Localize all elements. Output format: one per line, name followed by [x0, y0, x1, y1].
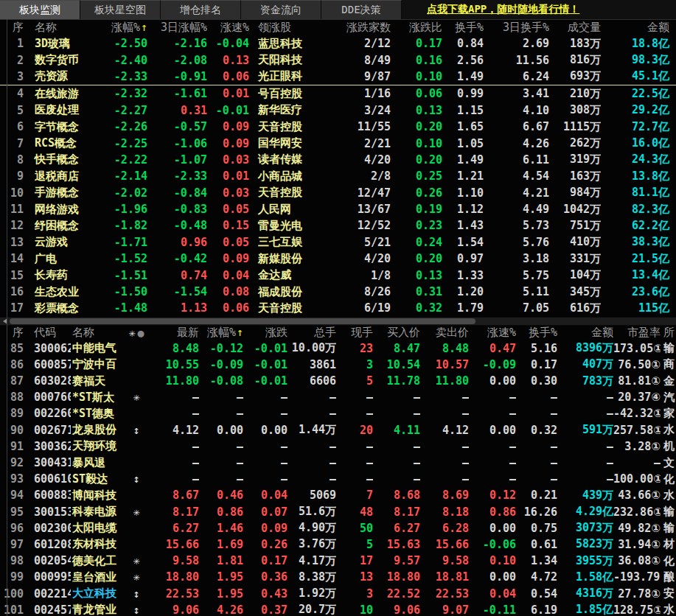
change-pct: -1.50 [102, 284, 147, 300]
stock-row[interactable]: 88000760*ST斯太✳——————————20.37④汽 [0, 389, 676, 405]
stock-row[interactable]: 95300153科泰电源✳8.170.860.0751.6万488.178.18… [0, 504, 676, 520]
sector-row[interactable]: 14广电-1.52-0.420.09新媒股份4/200.200.973.1833… [0, 251, 676, 267]
change-pct: — [199, 405, 243, 421]
tab-sector-starmap[interactable]: 板块星空图 [80, 0, 161, 19]
header-last[interactable]: 最新 [144, 326, 199, 340]
sector-row[interactable]: 12纾困概念-1.82-0.480.15雷曼光电12/520.231.435.7… [0, 217, 676, 234]
sector-row[interactable]: 11网络游戏-1.96-0.830.05人民网13/670.191.124.49… [0, 201, 676, 217]
sector-row[interactable]: 10手游概念-2.02-0.840.03天音控股12/470.261.104.2… [0, 185, 676, 201]
stock-row[interactable]: 85300062中能电气8.48-0.12-0.0110.00万238.478.… [0, 340, 676, 357]
stock-row[interactable]: 92300431暴风退———————————文 [0, 455, 676, 471]
change: 0.07 [243, 504, 288, 520]
change-3d-pct: 0.74 [147, 267, 207, 283]
header-name[interactable]: 名称 [28, 20, 102, 35]
header-updown-ratio[interactable]: 涨跌比 [391, 20, 442, 35]
updown-count: 2/8 [345, 168, 391, 184]
sector-row[interactable]: 7RCS概念-2.25-1.060.09国华网安2/210.101.054.26… [0, 135, 676, 151]
header-turnover-pct[interactable]: 换手% [442, 20, 484, 35]
stock-row[interactable]: 86600857宁波中百10.55-0.09-0.013861310.5410.… [0, 357, 676, 373]
stock-row[interactable]: 87603028赛福天11.80-0.08-0.016606511.7811.8… [0, 373, 676, 389]
header-change-pct[interactable]: 涨幅%↑ [199, 326, 243, 340]
header-amount[interactable]: 金额 [601, 20, 676, 35]
stock-row[interactable]: 101002457青龙管业↕9.064.260.3720.7万109.069.0… [0, 602, 676, 616]
index: 86 [0, 357, 28, 373]
sector-row[interactable]: 8快手概念-2.22-1.070.03读者传媒4/200.201.496.113… [0, 152, 676, 168]
flag [128, 340, 144, 357]
stock-row[interactable]: 99000995皇台酒业✳18.801.950.368.38万1318.8018… [0, 569, 676, 585]
sector-row[interactable]: 2数字货币-2.40-2.080.13天阳科技8/490.162.5611.56… [0, 52, 676, 68]
stock-row[interactable]: 98002054德美化工✳9.581.810.174.17万179.579.58… [0, 553, 676, 569]
header-leading-stock[interactable]: 领涨股 [249, 20, 345, 35]
header-bid-price[interactable]: 买入价 [373, 326, 420, 340]
sector-row[interactable]: 5医废处理-2.270.31-0.01新华医疗3/240.131.154.103… [0, 102, 676, 119]
speed-pct: 0.15 [207, 217, 249, 234]
sector-row[interactable]: 3壳资源-2.33-0.910.06光正眼科9/870.101.496.2469… [0, 69, 676, 85]
code: 300431 [28, 455, 71, 471]
sector-row[interactable]: 6字节概念-2.26-0.570.09天音控股11/550.201.656.67… [0, 119, 676, 135]
stock-row[interactable]: 100002214大立科技↕22.531.950.431.92万322.5222… [0, 585, 676, 601]
header-flag[interactable]: ✳● [128, 326, 144, 340]
header-total-lots[interactable]: 总手 [288, 326, 336, 340]
index: 11 [0, 201, 28, 217]
header-turnover-pct[interactable]: 换手% [516, 326, 557, 340]
stock-row[interactable]: 94600883博闻科技8.670.460.04506978.688.690.1… [0, 487, 676, 503]
header-code[interactable]: 代码 [28, 326, 71, 340]
index: 2 [0, 52, 28, 68]
sector-row[interactable]: 15长寿药-1.510.740.04金达威1/80.131.335.75104万… [0, 267, 676, 283]
name: 赛福天 [71, 373, 128, 389]
turnover-3d-pct: 3.41 [484, 85, 549, 102]
tab-position-ranking[interactable]: 增仓排名 [161, 0, 241, 19]
turnover-pct: 1.12 [442, 201, 484, 217]
stock-row[interactable]: 91300362天翔环境——————————3.28①机 [0, 438, 676, 455]
turnover-3d-pct: 2.69 [484, 35, 549, 52]
header-speed-pct[interactable]: 涨速% [207, 20, 249, 35]
name: 博闻科技 [71, 487, 128, 503]
stock-row[interactable]: 93600610ST毅达↕——————————100.00①化 [0, 471, 676, 487]
change: -0.01 [243, 373, 288, 389]
stock-row[interactable]: 96002300太阳电缆6.271.460.094.90万506.276.280… [0, 520, 676, 536]
header-index[interactable]: 序 [0, 326, 28, 340]
header-amount[interactable]: 金额 [557, 326, 613, 340]
header-updown-count[interactable]: 涨跌家数 [345, 20, 391, 35]
volume: 616万 [549, 300, 601, 316]
updown-count: 8/49 [345, 52, 391, 68]
scrollbar-left-arrow-icon[interactable] [1, 318, 9, 324]
header-pe-ratio[interactable]: 市盈率 [613, 326, 661, 340]
code: 300062 [28, 340, 71, 357]
updown-ratio: 0.13 [391, 102, 442, 119]
header-ask-price[interactable]: 卖出价 [420, 326, 469, 340]
header-speed-pct[interactable]: 涨速% [469, 326, 516, 340]
download-app-link[interactable]: 点我下载APP，随时随地看行情！ [427, 0, 579, 19]
scrollbar-thumb[interactable] [10, 318, 475, 324]
tab-dde-decision[interactable]: DDE决策 [321, 0, 402, 19]
header-volume[interactable]: 成交量 [549, 20, 601, 35]
stock-row[interactable]: 90002671龙泉股份↕4.120.000.001.44万204.114.12… [0, 422, 676, 438]
name: 快手概念 [28, 152, 102, 168]
sector-row[interactable]: 4在线旅游-2.32-1.610.01号百控股1/160.060.993.412… [0, 85, 676, 102]
header-index[interactable]: 序 [0, 20, 28, 35]
sector-row[interactable]: 13云游戏-1.710.960.05三七互娱5/210.241.545.7641… [0, 234, 676, 251]
header-current-lots[interactable]: 现手 [336, 326, 373, 340]
tab-fund-flow[interactable]: 资金流向 [241, 0, 321, 19]
tab-sector-monitor[interactable]: 板块监测 [0, 0, 80, 19]
header-name[interactable]: 名称 [71, 326, 128, 340]
stock-row[interactable]: 97601208东材科技15.661.690.263.76万515.6315.6… [0, 536, 676, 553]
header-change[interactable]: 涨跌 [243, 326, 288, 340]
leading-stock: 读者传媒 [249, 152, 345, 168]
sector-row[interactable]: 13D玻璃-2.50-2.16-0.04蓝思科技2/120.170.842.69… [0, 35, 676, 52]
change-3d-pct: -0.57 [147, 119, 207, 135]
header-change-pct[interactable]: 涨幅%↑ [102, 20, 147, 35]
bid-price: 18.80 [373, 569, 420, 585]
stock-row[interactable]: 89002260*ST德奥——————————-42.32①家 [0, 405, 676, 421]
speed-pct: 0.06 [207, 300, 249, 316]
index: 1 [0, 35, 28, 52]
sector-row[interactable]: 17彩票概念-1.481.130.06天音控股6/190.321.797.056… [0, 300, 676, 316]
horizontal-scrollbar[interactable] [0, 317, 676, 326]
sector-row[interactable]: 9退税商店-2.14-2.330.01小商品城2/80.251.214.5416… [0, 168, 676, 184]
header-change-3d-pct[interactable]: 3日涨幅% [147, 20, 207, 35]
sector-row[interactable]: 16生态农业-1.50-1.540.08福成股份8/260.311.205.11… [0, 284, 676, 300]
total-lots: 4.17万 [288, 553, 336, 569]
header-turnover-3d-pct[interactable]: 3日换手% [484, 20, 549, 35]
volume: 1115万 [549, 119, 601, 135]
header-industry[interactable]: 所 [661, 326, 676, 340]
